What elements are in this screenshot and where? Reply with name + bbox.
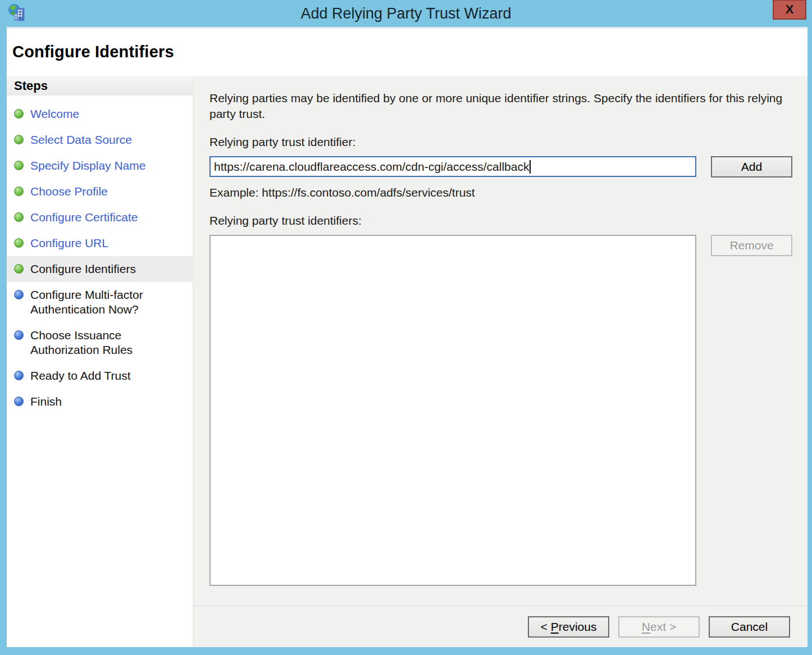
step-item-finish: Finish <box>7 389 193 415</box>
description-text: Relying parties may be identified by one… <box>209 90 792 122</box>
identifier-input[interactable]: https://carena.cloudflareaccess.com/cdn-… <box>209 156 696 177</box>
step-label: Choose Issuance Authorization Rules <box>30 328 188 357</box>
step-label: Specify Display Name <box>30 158 145 173</box>
step-label: Configure Identifiers <box>30 262 136 276</box>
step-done-dot-icon <box>14 109 24 119</box>
footer: < Previous Next > Cancel <box>194 606 808 647</box>
step-item-choose-profile: Choose Profile <box>7 179 193 204</box>
step-label: Configure Certificate <box>30 210 138 225</box>
next-button[interactable]: Next > <box>618 616 700 638</box>
steps-header: Steps <box>7 76 193 97</box>
cancel-button[interactable]: Cancel <box>709 616 790 638</box>
remove-button[interactable]: Remove <box>711 235 792 256</box>
step-done-dot-icon <box>14 264 24 274</box>
step-pending-dot-icon <box>14 290 24 299</box>
add-button[interactable]: Add <box>711 156 792 178</box>
step-done-dot-icon <box>14 161 24 170</box>
close-button[interactable]: X <box>773 0 806 20</box>
step-item-configure-multi-factor-authentication-now: Configure Multi-factor Authentication No… <box>7 282 193 322</box>
step-label: Choose Profile <box>30 184 108 199</box>
step-done-dot-icon <box>14 238 24 248</box>
content-pane: Relying parties may be identified by one… <box>194 76 808 647</box>
identifier-input-value: https://carena.cloudflareaccess.com/cdn-… <box>214 160 529 174</box>
step-item-ready-to-add-trust: Ready to Add Trust <box>7 363 193 389</box>
previous-button[interactable]: < Previous <box>528 616 609 638</box>
text-caret <box>530 160 531 174</box>
page-header: Configure Identifiers <box>7 28 808 76</box>
step-label: Configure URL <box>30 236 108 251</box>
step-pending-dot-icon <box>14 397 24 406</box>
step-done-dot-icon <box>14 212 24 222</box>
steps-list: WelcomeSelect Data SourceSpecify Display… <box>7 97 193 415</box>
identifier-label: Relying party trust identifier: <box>209 135 792 149</box>
steps-sidebar: Steps WelcomeSelect Data SourceSpecify D… <box>7 76 194 647</box>
step-done-dot-icon <box>14 135 24 144</box>
step-item-configure-identifiers: Configure Identifiers <box>7 256 193 282</box>
step-label: Ready to Add Trust <box>30 369 131 383</box>
identifiers-list-label: Relying party trust identifiers: <box>209 214 792 228</box>
step-pending-dot-icon <box>14 371 24 380</box>
step-item-select-data-source: Select Data Source <box>7 127 193 153</box>
step-label: Select Data Source <box>30 133 132 147</box>
example-text: Example: https://fs.contoso.com/adfs/ser… <box>209 186 792 199</box>
step-done-dot-icon <box>14 187 24 196</box>
identifiers-listbox[interactable] <box>209 235 696 586</box>
step-item-configure-url: Configure URL <box>7 230 193 256</box>
step-item-configure-certificate: Configure Certificate <box>7 204 193 230</box>
step-item-specify-display-name: Specify Display Name <box>7 153 193 179</box>
wizard-window: Add Relying Party Trust Wizard X Configu… <box>0 0 812 655</box>
step-label: Configure Multi-factor Authentication No… <box>30 288 188 317</box>
step-item-welcome: Welcome <box>7 101 193 127</box>
titlebar: Add Relying Party Trust Wizard X <box>0 0 812 27</box>
page-title: Configure Identifiers <box>12 43 174 61</box>
configure-identifiers-form: Relying parties may be identified by one… <box>194 76 808 606</box>
step-pending-dot-icon <box>14 330 24 340</box>
step-label: Finish <box>30 394 62 409</box>
step-item-choose-issuance-authorization-rules: Choose Issuance Authorization Rules <box>7 322 193 363</box>
window-body: Configure Identifiers Steps WelcomeSelec… <box>7 27 808 647</box>
window-title: Add Relying Party Trust Wizard <box>0 0 812 27</box>
step-label: Welcome <box>30 107 79 121</box>
